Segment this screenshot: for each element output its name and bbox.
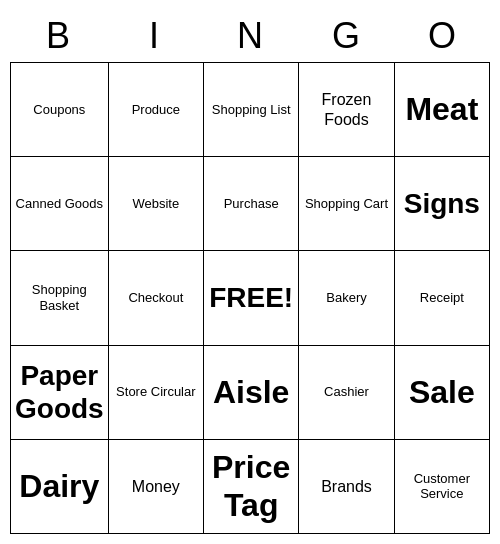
bingo-cell-text-r2-c1: Checkout bbox=[128, 290, 183, 306]
bingo-cell-r1-c4: Signs bbox=[395, 157, 490, 251]
bingo-cell-text-r3-c2: Aisle bbox=[213, 373, 289, 411]
header-letter-g: G bbox=[298, 10, 394, 62]
bingo-cell-text-r2-c3: Bakery bbox=[326, 290, 366, 306]
bingo-cell-r1-c2: Purchase bbox=[204, 157, 299, 251]
header-letter-b: B bbox=[10, 10, 106, 62]
bingo-cell-r0-c0: Coupons bbox=[11, 63, 109, 157]
bingo-cell-r4-c3: Brands bbox=[299, 440, 394, 534]
bingo-cell-r4-c2: Price Tag bbox=[204, 440, 299, 534]
bingo-cell-text-r0-c1: Produce bbox=[132, 102, 180, 118]
bingo-cell-text-r2-c2: FREE! bbox=[209, 281, 293, 315]
bingo-cell-text-r1-c4: Signs bbox=[404, 187, 480, 221]
bingo-cell-text-r3-c3: Cashier bbox=[324, 384, 369, 400]
bingo-cell-r2-c1: Checkout bbox=[109, 251, 204, 345]
bingo-cell-r0-c2: Shopping List bbox=[204, 63, 299, 157]
bingo-cell-r0-c4: Meat bbox=[395, 63, 490, 157]
bingo-cell-text-r3-c0: Paper Goods bbox=[15, 359, 104, 426]
bingo-cell-r0-c1: Produce bbox=[109, 63, 204, 157]
bingo-cell-text-r1-c3: Shopping Cart bbox=[305, 196, 388, 212]
bingo-header: BINGO bbox=[10, 10, 490, 62]
bingo-cell-r4-c4: Customer Service bbox=[395, 440, 490, 534]
header-letter-n: N bbox=[202, 10, 298, 62]
bingo-cell-text-r1-c1: Website bbox=[132, 196, 179, 212]
bingo-cell-text-r4-c0: Dairy bbox=[19, 467, 99, 505]
bingo-cell-r3-c3: Cashier bbox=[299, 346, 394, 440]
bingo-cell-r1-c0: Canned Goods bbox=[11, 157, 109, 251]
bingo-cell-r0-c3: Frozen Foods bbox=[299, 63, 394, 157]
bingo-cell-r1-c1: Website bbox=[109, 157, 204, 251]
bingo-cell-r3-c0: Paper Goods bbox=[11, 346, 109, 440]
bingo-cell-text-r3-c1: Store Circular bbox=[116, 384, 195, 400]
bingo-cell-text-r0-c0: Coupons bbox=[33, 102, 85, 118]
bingo-cell-text-r0-c4: Meat bbox=[405, 90, 478, 128]
bingo-cell-r2-c3: Bakery bbox=[299, 251, 394, 345]
bingo-cell-r2-c2: FREE! bbox=[204, 251, 299, 345]
bingo-cell-r4-c1: Money bbox=[109, 440, 204, 534]
bingo-cell-r1-c3: Shopping Cart bbox=[299, 157, 394, 251]
bingo-cell-text-r4-c3: Brands bbox=[321, 477, 372, 496]
bingo-cell-r2-c0: Shopping Basket bbox=[11, 251, 109, 345]
bingo-cell-text-r4-c4: Customer Service bbox=[399, 471, 485, 502]
bingo-cell-text-r4-c2: Price Tag bbox=[208, 448, 294, 525]
bingo-cell-text-r3-c4: Sale bbox=[409, 373, 475, 411]
bingo-cell-text-r2-c4: Receipt bbox=[420, 290, 464, 306]
bingo-cell-r3-c2: Aisle bbox=[204, 346, 299, 440]
bingo-cell-text-r0-c3: Frozen Foods bbox=[303, 90, 389, 128]
bingo-cell-text-r1-c2: Purchase bbox=[224, 196, 279, 212]
bingo-cell-text-r0-c2: Shopping List bbox=[212, 102, 291, 118]
bingo-grid: CouponsProduceShopping ListFrozen FoodsM… bbox=[10, 62, 490, 534]
bingo-cell-text-r4-c1: Money bbox=[132, 477, 180, 496]
bingo-cell-r4-c0: Dairy bbox=[11, 440, 109, 534]
header-letter-i: I bbox=[106, 10, 202, 62]
bingo-card: BINGO CouponsProduceShopping ListFrozen … bbox=[10, 10, 490, 534]
header-letter-o: O bbox=[394, 10, 490, 62]
bingo-cell-r3-c4: Sale bbox=[395, 346, 490, 440]
bingo-cell-r3-c1: Store Circular bbox=[109, 346, 204, 440]
bingo-cell-r2-c4: Receipt bbox=[395, 251, 490, 345]
bingo-cell-text-r2-c0: Shopping Basket bbox=[15, 282, 104, 313]
bingo-cell-text-r1-c0: Canned Goods bbox=[16, 196, 103, 212]
